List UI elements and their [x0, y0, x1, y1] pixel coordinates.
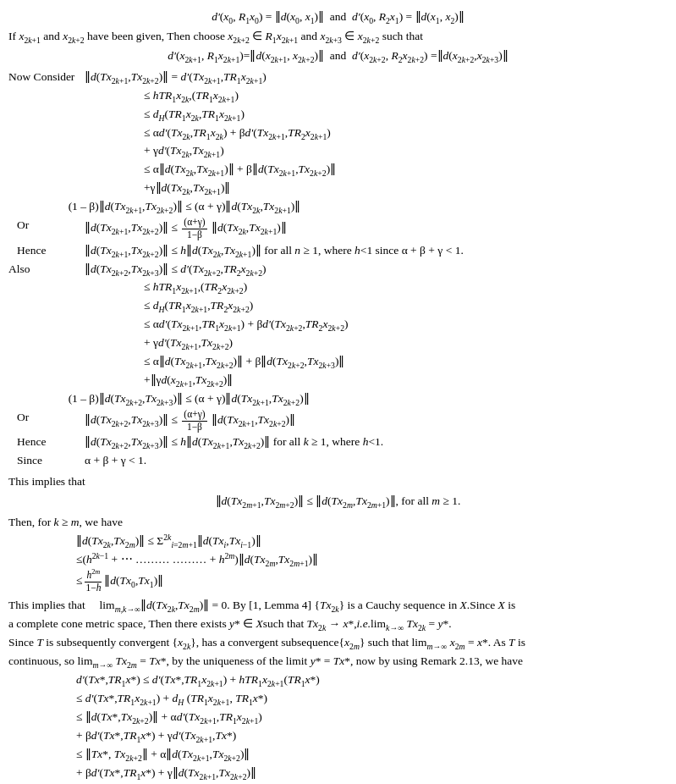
continuous-stmt: continuous, so limm→∞ Tx2m = Tx*, by the… — [8, 653, 668, 671]
nc-eq5: + γd'(Tx2k,Tx2k+1) — [8, 142, 668, 160]
if-statement: If x2k+1 and x2k+2 have been given, Then… — [8, 28, 668, 46]
or-eq-1: ‖d(Tx2k+1,Tx2k+2)‖ ≤ (α+γ)1−β ‖d(Tx2k,Tx… — [85, 217, 668, 241]
since-eq: α + β + γ < 1. — [85, 452, 668, 470]
also-eq7: +‖γd(x2k+1,Tx2k+2)‖ — [8, 372, 668, 389]
hence-eq-2: ‖d(Tx2k+2,Tx2k+3)‖ ≤ h‖d(Tx2k+1,Tx2k+2)‖… — [85, 433, 668, 451]
sum-eq2: ≤(h2k−1 + ⋯ ……… ……… + h2m)‖d(Tx2m,Tx2m+1… — [8, 551, 668, 569]
since-label: Since — [8, 452, 85, 470]
nc-eq3: ≤ dH(TR1x2k,TR1x2k+1) — [8, 106, 668, 124]
since-block: Since α + β + γ < 1. — [8, 452, 668, 470]
complete-stmt: a complete cone metric space, Then there… — [8, 616, 668, 633]
now-consider-eq1: ‖d(Tx2k+1,Tx2k+2)‖ = d'(Tx2k+1,TR1x2k+1) — [85, 69, 668, 86]
hence-label-1: Hence — [8, 242, 85, 260]
eq-given: d'(x2k+1, R1x2k+1)=‖d(x2k+1, x2k+2)‖ and… — [8, 47, 668, 65]
hence-label-2: Hence — [8, 433, 85, 451]
nc-eq8: (1 – β)‖d(Tx2k+1,Tx2k+2)‖ ≤ (α + γ)‖d(Tx… — [8, 198, 668, 216]
or-label-2: Or — [8, 409, 85, 427]
also-block: Also ‖d(Tx2k+2,Tx2k+3)‖ ≤ d'(Tx2k+2,TR2x… — [8, 261, 668, 279]
then-for-k: Then, for k ≥ m, we have — [8, 514, 668, 532]
also-eq5: + γd'(Tx2k+1,Tx2k+2) — [8, 334, 668, 352]
or-eq-2: ‖d(Tx2k+2,Tx2k+3)‖ ≤ (α+γ)1−β ‖d(Tx2k+1,… — [85, 409, 668, 433]
nc-eq7: +γ‖d(Tx2k,Tx2k+1)‖ — [8, 179, 668, 197]
sum-eq3: ≤h2m1−h‖d(Tx0,Tx1)‖ — [8, 570, 668, 594]
also-eq1: ‖d(Tx2k+2,Tx2k+3)‖ ≤ d'(Tx2k+2,TR2x2k+2) — [85, 261, 668, 279]
hence-eq-1: ‖d(Tx2k+1,Tx2k+2)‖ ≤ h‖d(Tx2k,Tx2k+1)‖ f… — [85, 242, 668, 260]
or-label-1: Or — [8, 217, 85, 235]
also-label: Also — [8, 261, 85, 279]
final-eq4: + βd'(Tx*,TR1x*) + γd'(Tx2k+1,Tx*) — [8, 727, 668, 745]
eq-top: d'(x0, R1x0) = ‖d(x0, x1)‖ and d'(x0, R2… — [8, 8, 668, 26]
nc-eq4: ≤ αd'(Tx2k,TR1x2k) + βd'(Tx2k+1,TR2x2k+1… — [8, 124, 668, 142]
now-consider-block: Now Consider ‖d(Tx2k+1,Tx2k+2)‖ = d'(Tx2… — [8, 69, 668, 86]
also-eq4: ≤ αd'(Tx2k+1,TR1x2k+1) + βd'(Tx2k+2,TR2x… — [8, 316, 668, 334]
nc-eq2: ≤ hTR1x2k,(TR1x2k+1) — [8, 87, 668, 105]
this-implies-1: This implies that — [8, 473, 668, 491]
final-eq6: + βd'(Tx*,TR1x*) + γ‖d(Tx2k+1,Tx2k+2)‖ — [8, 765, 668, 782]
final-eq3: ≤ ‖d(Tx*,Tx2k+2)‖ + αd'(Tx2k+1,TR1x2k+1) — [8, 709, 668, 726]
this-implies-2: This implies that limm,k→∞‖d(Tx2k,Tx2m)‖… — [8, 597, 668, 615]
since-T-stmt: Since T is subsequently convergent {x2k}… — [8, 634, 668, 652]
also-eq6: ≤ α‖d(Tx2k+1,Tx2k+2)‖ + β‖d(Tx2k+2,Tx2k+… — [8, 353, 668, 371]
or-block-2: Or ‖d(Tx2k+2,Tx2k+3)‖ ≤ (α+γ)1−β ‖d(Tx2k… — [8, 409, 668, 433]
sum-eq1: ‖d(Tx2k,Tx2m)‖ ≤ Σ2ki=2m+1‖d(Txi,Txi−1)‖ — [8, 533, 668, 550]
implies-eq1: ‖d(Tx2m+1,Tx2m+2)‖ ≤ ‖d(Tx2m,Tx2m+1)‖, f… — [8, 493, 668, 511]
final-eq5: ≤ ‖Tx*, Tx2k+2‖ + α‖d(Tx2k+1,Tx2k+2)‖ — [8, 746, 668, 764]
also-eq2: ≤ hTR1x2k+1,(TR2x2k+2) — [8, 279, 668, 296]
or-block-1: Or ‖d(Tx2k+1,Tx2k+2)‖ ≤ (α+γ)1−β ‖d(Tx2k… — [8, 217, 668, 241]
also-eq3: ≤ dH(TR1x2k+1,TR2x2k+2) — [8, 297, 668, 315]
now-consider-label: Now Consider — [8, 69, 85, 86]
hence-block-1: Hence ‖d(Tx2k+1,Tx2k+2)‖ ≤ h‖d(Tx2k,Tx2k… — [8, 242, 668, 260]
nc-eq6: ≤ α‖d(Tx2k,Tx2k+1)‖ + β‖d(Tx2k+1,Tx2k+2)… — [8, 161, 668, 179]
hence-block-2: Hence ‖d(Tx2k+2,Tx2k+3)‖ ≤ h‖d(Tx2k+1,Tx… — [8, 433, 668, 451]
final-eq1: d'(Tx*,TR1x*) ≤ d'(Tx*,TR1x2k+1) + hTR1x… — [8, 671, 668, 689]
final-eq2: ≤ d'(Tx*,TR1x2k+1) + dH (TR1x2k+1, TR1x*… — [8, 690, 668, 708]
also-eq8: (1 – β)‖d(Tx2k+2,Tx2k+3)‖ ≤ (α + γ)‖d(Tx… — [8, 390, 668, 408]
main-content: d'(x0, R1x0) = ‖d(x0, x1)‖ and d'(x0, R2… — [8, 8, 668, 784]
